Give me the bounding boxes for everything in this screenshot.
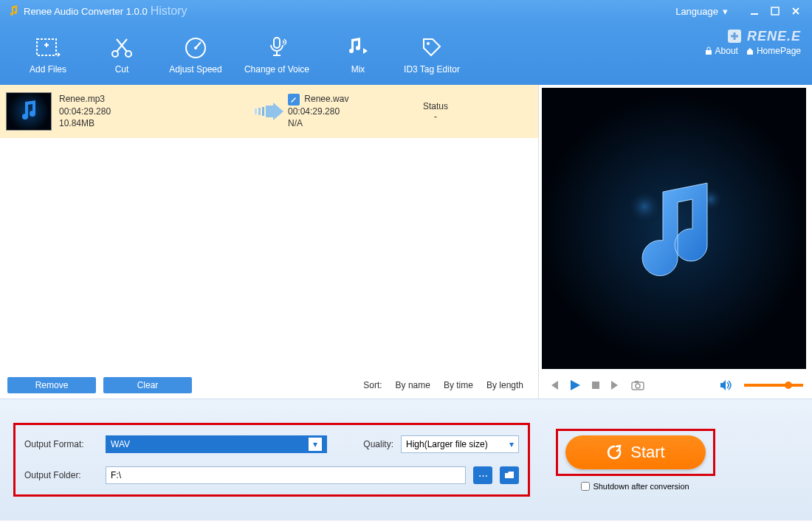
history-link[interactable]: History	[151, 4, 187, 18]
sort-label: Sort:	[363, 380, 382, 390]
add-files-label: Add Files	[30, 64, 66, 75]
source-size: 10.84MB	[59, 117, 251, 130]
dest-duration: 00:04:29.280	[288, 106, 413, 118]
language-label: Language	[675, 6, 718, 17]
tag-icon	[418, 33, 446, 61]
svg-point-14	[626, 188, 663, 225]
chevron-down-icon: ▾	[509, 439, 514, 449]
player-controls	[539, 372, 812, 398]
preview-panel	[539, 85, 812, 398]
volume-icon[interactable]	[719, 379, 732, 391]
change-voice-button[interactable]: Change of Voice	[233, 33, 321, 75]
add-files-button[interactable]: Add Files	[11, 33, 85, 75]
cut-button[interactable]: Cut	[85, 33, 159, 75]
id3-label: ID3 Tag Editor	[404, 64, 460, 75]
shutdown-checkbox[interactable]: Shutdown after conversion	[581, 482, 689, 491]
output-folder-value: F:\	[111, 470, 121, 480]
id3-editor-button[interactable]: ID3 Tag Editor	[395, 33, 469, 75]
gauge-icon	[182, 33, 210, 61]
maximize-button[interactable]	[766, 4, 784, 18]
svg-rect-12	[258, 108, 261, 115]
svg-rect-20	[635, 381, 639, 383]
status-column: Status -	[413, 101, 458, 122]
next-button[interactable]	[610, 379, 622, 391]
previous-button[interactable]	[548, 379, 560, 391]
lock-icon	[704, 46, 713, 55]
status-header: Status	[413, 101, 458, 111]
about-link[interactable]: About	[704, 46, 738, 56]
sort-by-time[interactable]: By time	[444, 380, 473, 390]
main-toolbar: Add Files Cut Adjust Speed Change of Voi…	[0, 22, 812, 85]
dest-size: N/A	[288, 117, 413, 130]
volume-knob[interactable]	[785, 382, 792, 389]
shutdown-checkbox-input[interactable]	[581, 482, 590, 491]
source-info: Renee.mp3 00:04:29.280 10.84MB	[59, 93, 251, 130]
mix-icon	[344, 33, 372, 61]
output-format-label: Output Format:	[24, 439, 98, 449]
minimize-button[interactable]	[746, 4, 763, 18]
homepage-link[interactable]: HomePage	[746, 46, 801, 56]
svg-point-19	[636, 384, 640, 388]
quality-select[interactable]: High(Larger file size) ▾	[401, 435, 519, 453]
brand-plus-icon	[726, 28, 743, 44]
remove-button[interactable]: Remove	[7, 377, 96, 393]
cut-label: Cut	[115, 64, 129, 75]
title-bar: Renee Audio Converter 1.0.0 History Lang…	[0, 0, 812, 22]
app-logo-icon	[7, 5, 19, 17]
convert-arrow-icon	[251, 101, 288, 122]
chevron-down-icon: ▾	[723, 6, 728, 17]
brand-text: RENE.E	[747, 29, 801, 44]
sort-by-name[interactable]: By name	[396, 380, 430, 390]
open-folder-button[interactable]	[500, 466, 519, 484]
dest-name: Renee.wav	[304, 94, 348, 104]
home-icon	[746, 46, 754, 55]
output-settings: Output Format: WAV ▾ Quality: High(Large…	[13, 423, 530, 497]
dest-info: Renee.wav 00:04:29.280 N/A	[288, 93, 413, 130]
stop-button[interactable]	[591, 380, 601, 390]
shutdown-label: Shutdown after conversion	[593, 482, 689, 491]
adjust-speed-button[interactable]: Adjust Speed	[159, 33, 233, 75]
mix-button[interactable]: Mix	[321, 33, 395, 75]
content-area: Renee.mp3 00:04:29.280 10.84MB Renee.wav…	[0, 85, 812, 398]
svg-rect-13	[262, 107, 264, 116]
bottom-panel: Output Format: WAV ▾ Quality: High(Large…	[0, 398, 812, 520]
start-label: Start	[630, 443, 664, 462]
svg-rect-17	[592, 382, 599, 389]
chevron-down-icon: ▾	[309, 438, 322, 451]
svg-rect-10	[706, 50, 712, 55]
close-button[interactable]	[787, 4, 805, 18]
change-voice-label: Change of Voice	[244, 64, 309, 75]
output-folder-input[interactable]: F:\	[106, 466, 466, 484]
output-format-value: WAV	[111, 439, 130, 449]
source-name: Renee.mp3	[59, 93, 251, 106]
edit-icon[interactable]	[288, 94, 300, 106]
volume-slider[interactable]	[744, 384, 803, 387]
source-duration: 00:04:29.280	[59, 106, 251, 118]
start-button[interactable]: Start	[565, 435, 706, 469]
scissors-icon	[108, 33, 136, 61]
svg-rect-1	[771, 7, 779, 15]
file-row[interactable]: Renee.mp3 00:04:29.280 10.84MB Renee.wav…	[0, 85, 538, 138]
more-folder-button[interactable]: ⋯	[473, 466, 492, 484]
mix-label: Mix	[351, 64, 365, 75]
add-files-icon	[34, 33, 62, 61]
sort-by-length[interactable]: By length	[486, 380, 523, 390]
folder-icon	[504, 471, 515, 480]
file-thumbnail	[6, 92, 52, 131]
clear-button[interactable]: Clear	[103, 377, 192, 393]
dots-icon: ⋯	[478, 470, 488, 481]
preview-image	[542, 88, 806, 369]
start-area: Start Shutdown after conversion	[552, 429, 718, 491]
language-dropdown[interactable]: Language ▾	[675, 6, 728, 17]
snapshot-button[interactable]	[630, 379, 645, 391]
play-button[interactable]	[568, 379, 582, 392]
svg-rect-11	[255, 108, 257, 114]
quality-value: High(Larger file size)	[406, 439, 488, 449]
output-folder-label: Output Folder:	[24, 470, 98, 480]
sort-area: Sort: By name By time By length	[363, 380, 531, 390]
microphone-icon	[263, 33, 291, 61]
adjust-speed-label: Adjust Speed	[169, 64, 221, 75]
svg-rect-7	[274, 38, 280, 48]
svg-rect-0	[751, 13, 758, 15]
output-format-select[interactable]: WAV ▾	[106, 435, 327, 453]
